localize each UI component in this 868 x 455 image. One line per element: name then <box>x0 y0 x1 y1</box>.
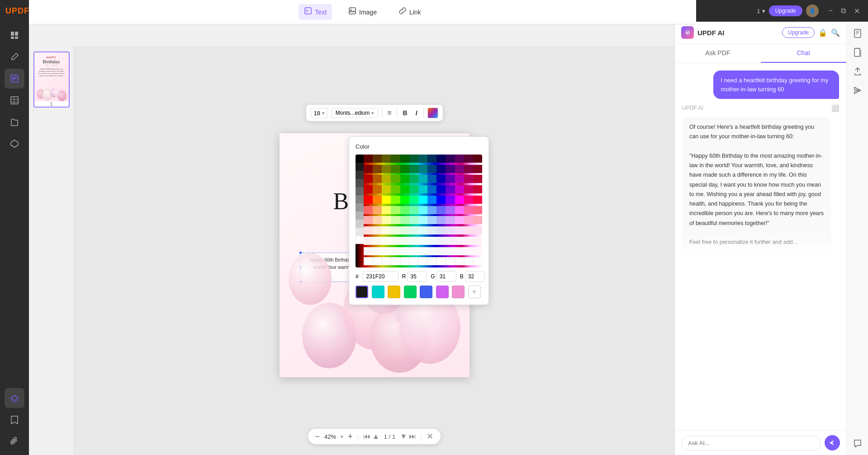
hex-input[interactable] <box>362 271 398 282</box>
rgb-inputs: R G B <box>402 271 485 282</box>
color-swatches: + <box>356 286 482 298</box>
user-avatar[interactable]: 👤 <box>806 5 819 17</box>
ai-panel: UPDF AI Upgrade 🔒 🔍 Ask PDF Chat I need … <box>674 22 846 455</box>
prev-page-button[interactable]: ▲ <box>372 432 379 441</box>
zoom-out-button[interactable]: − <box>315 432 320 441</box>
first-page-button[interactable]: ⏮ <box>363 432 370 441</box>
ai-header-actions: Upgrade 🔒 🔍 <box>782 27 840 38</box>
ai-upgrade-button[interactable]: Upgrade <box>782 27 815 38</box>
swatch-pink[interactable] <box>452 286 465 298</box>
sidebar-icon-bookmark[interactable] <box>5 410 24 430</box>
b-input-group: B <box>460 271 485 282</box>
page-thumbnail[interactable]: HAPPY Birthday TO YOU Happy 60th Birthda… <box>33 52 70 108</box>
chat-input[interactable] <box>681 436 821 450</box>
chat-input-area <box>675 430 846 455</box>
toolbar-divider-1 <box>382 108 382 117</box>
swatch-purple[interactable] <box>436 286 449 298</box>
toolbar: T Text Image Link <box>29 22 696 24</box>
font-size-value: 18 <box>313 110 320 117</box>
sidebar-icon-pages[interactable] <box>5 25 24 45</box>
r-input-group: R <box>402 271 427 282</box>
font-size-control[interactable]: 18 ▾ <box>310 108 327 118</box>
swatch-blue[interactable] <box>420 286 432 298</box>
r-input[interactable] <box>407 271 427 282</box>
font-name-value: Monts...edium <box>336 110 370 116</box>
sidebar-bottom <box>5 388 24 451</box>
ri-pdf-icon[interactable] <box>849 25 866 42</box>
ri-share-icon[interactable] <box>849 63 866 80</box>
thumb-birthday: Birthday <box>36 59 67 64</box>
color-picker-label: Color <box>356 143 482 150</box>
ai-response-bubble: Of course! Here's a heartfelt birthday g… <box>682 117 831 253</box>
page-nav-arrows: ⏮ ▲ <box>363 432 379 441</box>
sidebar-icon-scan[interactable] <box>5 134 24 154</box>
ai-response-label: UPDF AI ⬜ <box>682 104 839 112</box>
ai-copy-icon[interactable]: ⬜ <box>831 104 839 112</box>
swatch-green[interactable] <box>404 286 417 298</box>
thumbnail-image: HAPPY Birthday TO YOU Happy 60th Birthda… <box>34 52 69 101</box>
maximize-button[interactable]: ⧉ <box>838 6 849 16</box>
toolbar-divider-2 <box>397 108 397 117</box>
search-icon[interactable]: 🔍 <box>831 28 840 37</box>
ri-send-icon[interactable] <box>849 82 866 99</box>
sidebar-icon-read[interactable] <box>5 112 24 132</box>
last-page-button[interactable]: ⏭ <box>409 432 416 441</box>
thumbnail-panel: HAPPY Birthday TO YOU Happy 60th Birthda… <box>29 46 74 455</box>
upgrade-button[interactable]: Upgrade <box>769 5 802 16</box>
zoom-divider-2: | <box>421 433 422 440</box>
font-name-control[interactable]: Monts...edium ▾ <box>332 108 378 118</box>
zoom-bar: − 42% ▾ + | ⏮ ▲ 1 / 1 ▼ ⏭ | <box>308 429 441 444</box>
page-nav: 1 ▾ <box>757 8 765 14</box>
svg-rect-2 <box>11 37 14 39</box>
swatch-teal[interactable] <box>372 286 384 298</box>
thumbnail-number: 1 <box>34 101 69 107</box>
tab-chat[interactable]: Chat <box>761 44 847 63</box>
toolbar-divider-3 <box>423 108 424 117</box>
thumb-body: Happy 60th Birthday to the most amazing … <box>36 68 67 77</box>
left-sidebar <box>0 22 29 455</box>
b-label: B <box>460 273 464 280</box>
tab-ask-pdf[interactable]: Ask PDF <box>675 44 761 63</box>
ai-response-text: Of course! Here's a heartfelt birthday g… <box>689 122 824 247</box>
send-button[interactable] <box>825 435 840 450</box>
color-picker-panel: Color <box>349 136 489 305</box>
close-zoom-button[interactable]: ✕ <box>427 432 433 441</box>
g-input-group: G <box>431 271 456 282</box>
page-nav-arrows-next: ▼ ⏭ <box>400 432 416 441</box>
font-size-chevron[interactable]: ▾ <box>322 110 325 116</box>
italic-button[interactable]: I <box>413 108 420 118</box>
page-indicator: 1 / 1 <box>384 433 395 440</box>
title-bar-actions: 1 ▾ Upgrade 👤 − ⧉ ✕ <box>757 5 863 17</box>
svg-rect-1 <box>15 32 18 36</box>
g-input[interactable] <box>436 271 456 282</box>
ai-tabs: Ask PDF Chat <box>675 44 846 63</box>
ri-comment-icon[interactable] <box>849 435 866 451</box>
sidebar-icon-edit[interactable] <box>5 47 24 67</box>
close-button[interactable]: ✕ <box>851 6 863 16</box>
chat-area: I need a heartfelt birthday greeting for… <box>675 63 846 430</box>
window-controls: − ⧉ ✕ <box>826 6 863 16</box>
b-input[interactable] <box>465 271 485 282</box>
next-page-button[interactable]: ▼ <box>400 432 407 441</box>
ri-page-icon[interactable] <box>849 44 866 61</box>
swatch-yellow[interactable] <box>388 286 400 298</box>
thumb-toyou: TO YOU <box>36 64 67 66</box>
r-label: R <box>402 273 406 280</box>
sidebar-icon-layers[interactable] <box>5 388 24 408</box>
sidebar-icon-annotate[interactable] <box>5 69 24 89</box>
minimize-button[interactable]: − <box>826 6 835 16</box>
swatch-black[interactable] <box>356 286 368 298</box>
zoom-in-button[interactable]: + <box>348 432 353 441</box>
zoom-dropdown-arrow[interactable]: ▾ <box>341 434 343 440</box>
color-picker-button[interactable] <box>427 108 438 118</box>
add-swatch-button[interactable]: + <box>468 286 481 298</box>
zoom-divider-1: | <box>357 433 359 440</box>
lock-icon: 🔒 <box>818 28 827 37</box>
align-button[interactable]: ≡ <box>386 108 393 118</box>
sidebar-icon-paperclip[interactable] <box>5 432 24 451</box>
bold-button[interactable]: B <box>401 108 410 118</box>
font-name-chevron[interactable]: ▾ <box>371 110 374 116</box>
hex-label: # <box>356 273 359 280</box>
zoom-level: 42% <box>324 433 336 440</box>
sidebar-icon-table[interactable] <box>5 90 24 110</box>
